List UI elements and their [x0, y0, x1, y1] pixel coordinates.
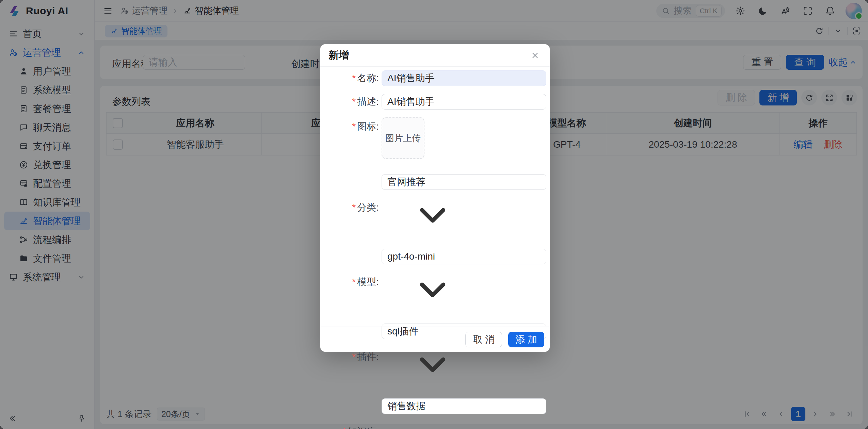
- category-select[interactable]: 官网推荐: [382, 174, 546, 190]
- category-label: 分类:: [357, 202, 379, 213]
- knowledge-label: 知识库:: [348, 426, 379, 429]
- required-mark: *: [352, 277, 356, 287]
- add-agent-modal: 新增 *名称: *描述: *图标:: [320, 44, 550, 352]
- chevron-down-icon: [382, 414, 484, 429]
- submit-add-button[interactable]: 添 加: [508, 332, 544, 347]
- chevron-down-icon: [382, 264, 484, 315]
- category-value: 官网推荐: [387, 176, 425, 188]
- required-mark: *: [352, 96, 356, 107]
- upload-text: 图片上传: [385, 132, 421, 144]
- description-input[interactable]: [382, 94, 546, 110]
- required-mark: *: [352, 121, 356, 132]
- close-icon: [531, 51, 540, 60]
- cancel-button[interactable]: 取 消: [465, 332, 502, 347]
- model-value: gpt-4o-mini: [387, 251, 435, 262]
- required-mark: *: [342, 426, 346, 429]
- field-model: *模型: gpt-4o-mini: [320, 249, 550, 315]
- app-window: Ruoyi AI 首页 运营管理 用户管理 系统模型: [0, 0, 868, 429]
- required-mark: *: [352, 73, 356, 83]
- description-label: 描述:: [357, 96, 379, 107]
- image-upload-box[interactable]: 图片上传: [382, 117, 424, 159]
- field-name: *名称:: [320, 70, 550, 86]
- modal-body: *名称: *描述: *图标: 图片上传 *: [320, 67, 550, 429]
- model-select[interactable]: gpt-4o-mini: [382, 249, 546, 264]
- icon-label: 图标:: [357, 121, 379, 132]
- required-mark: *: [352, 202, 356, 213]
- name-label: 名称:: [357, 73, 379, 83]
- required-mark: *: [352, 351, 356, 362]
- field-category: *分类: 官网推荐: [320, 174, 550, 241]
- field-knowledge-base: *知识库: 销售数据: [320, 398, 550, 429]
- plugin-label: 插件:: [357, 351, 379, 362]
- name-input[interactable]: [382, 70, 546, 86]
- field-icon: *图标: 图片上传: [320, 117, 550, 159]
- modal-header: 新增: [320, 44, 550, 67]
- model-label: 模型:: [357, 277, 379, 287]
- modal-footer: 取 消 添 加: [320, 327, 550, 352]
- chevron-down-icon: [382, 190, 484, 241]
- modal-title: 新增: [328, 48, 349, 62]
- knowledge-select[interactable]: 销售数据: [382, 398, 546, 414]
- field-description: *描述:: [320, 94, 550, 110]
- close-modal-button[interactable]: [529, 49, 542, 62]
- knowledge-value: 销售数据: [387, 400, 425, 413]
